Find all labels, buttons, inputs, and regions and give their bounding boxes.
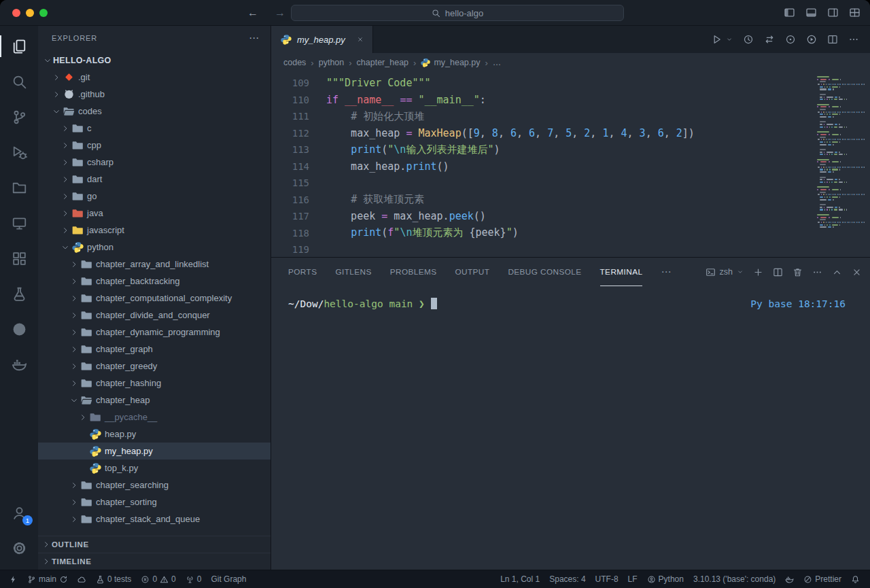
close-window-button[interactable] bbox=[12, 9, 20, 17]
new-terminal-button[interactable] bbox=[753, 267, 763, 277]
status-cursor-position[interactable]: Ln 1, Col 1 bbox=[495, 570, 544, 588]
chevron-icon[interactable] bbox=[51, 106, 62, 117]
chevron-icon[interactable] bbox=[69, 361, 80, 372]
status-eol[interactable]: LF bbox=[623, 570, 642, 588]
split-editor-button[interactable] bbox=[827, 34, 838, 45]
chevron-icon[interactable] bbox=[69, 497, 80, 508]
line-number[interactable]: 118 bbox=[271, 228, 309, 239]
tree-item-chapter_computational_complexity[interactable]: chapter_computational_complexity bbox=[38, 290, 271, 307]
status-git-graph[interactable]: Git Graph bbox=[206, 570, 251, 588]
gitlens-blame-button[interactable] bbox=[785, 34, 796, 45]
toggle-secondary-sidebar-button[interactable] bbox=[827, 7, 839, 18]
tree-item-java[interactable]: java bbox=[38, 205, 271, 222]
tree-item-chapter_searching[interactable]: chapter_searching bbox=[38, 477, 271, 494]
tree-item-chapter_array_and_linkedlist[interactable]: chapter_array_and_linkedlist bbox=[38, 256, 271, 273]
activity-settings-button[interactable] bbox=[0, 530, 38, 566]
back-button[interactable]: ← bbox=[247, 7, 258, 19]
tree-item-__pycache__[interactable]: __pycache__ bbox=[38, 409, 271, 426]
activity-remote-explorer-button[interactable] bbox=[0, 205, 38, 241]
chevron-icon[interactable] bbox=[69, 327, 80, 338]
status-notifications[interactable] bbox=[846, 570, 865, 588]
chevron-icon[interactable] bbox=[51, 72, 62, 83]
terminal-shell-selector[interactable]: zsh bbox=[706, 267, 744, 277]
tree-item-chapter_dynamic_programming[interactable]: chapter_dynamic_programming bbox=[38, 324, 271, 341]
chevron-icon[interactable] bbox=[77, 412, 88, 423]
chevron-icon[interactable] bbox=[69, 259, 80, 270]
close-tab-button[interactable] bbox=[355, 34, 366, 45]
breadcrumb-my_heap.py[interactable]: my_heap.py bbox=[421, 58, 480, 67]
tree-item-python[interactable]: python bbox=[38, 239, 271, 256]
tree-item-go[interactable]: go bbox=[38, 188, 271, 205]
tree-item-chapter_sorting[interactable]: chapter_sorting bbox=[38, 494, 271, 511]
command-center-search[interactable]: hello-algo bbox=[291, 5, 624, 21]
status-python-interpreter[interactable]: 3.10.13 ('base': conda) bbox=[689, 570, 780, 588]
status-tests[interactable]: 0 tests bbox=[91, 570, 136, 588]
tree-item-.git[interactable]: .git bbox=[38, 69, 271, 86]
run-dropdown-button[interactable] bbox=[726, 36, 733, 43]
activity-docker-button[interactable] bbox=[0, 347, 38, 382]
activity-github-button[interactable] bbox=[0, 311, 38, 347]
chevron-icon[interactable] bbox=[51, 89, 62, 100]
panel-tab-problems[interactable]: PROBLEMS bbox=[390, 258, 437, 286]
terminal[interactable]: ~/Dow/hello-algo main ❯ Py base 18:17:16 bbox=[271, 286, 870, 570]
chevron-icon[interactable] bbox=[69, 480, 80, 491]
status-cloud-sync[interactable] bbox=[73, 570, 91, 588]
status-git-branch[interactable]: main bbox=[22, 570, 73, 588]
tree-item-HELLO-ALGO[interactable]: HELLO-ALGO bbox=[38, 52, 271, 69]
line-number[interactable]: 109 bbox=[271, 77, 309, 88]
minimize-window-button[interactable] bbox=[26, 9, 34, 17]
section-outline[interactable]: OUTLINE bbox=[38, 536, 271, 553]
panel-tabs-more[interactable]: ⋯ bbox=[661, 266, 671, 278]
activity-source-control-button[interactable] bbox=[0, 99, 38, 135]
chevron-icon[interactable] bbox=[60, 225, 71, 236]
status-docker-context[interactable] bbox=[780, 570, 799, 588]
open-changes-button[interactable] bbox=[764, 34, 775, 45]
chevron-icon[interactable] bbox=[69, 395, 80, 406]
kill-terminal-button[interactable] bbox=[793, 267, 803, 277]
status-problems[interactable]: 00 bbox=[136, 570, 180, 588]
code-editor[interactable]: 109"""Driver Code"""110if __name__ == "_… bbox=[271, 72, 870, 257]
line-number[interactable]: 119 bbox=[271, 244, 309, 255]
more-actions-button[interactable] bbox=[848, 34, 859, 45]
run-python-file-button[interactable] bbox=[712, 34, 723, 45]
chevron-icon[interactable] bbox=[60, 242, 71, 253]
line-number[interactable]: 117 bbox=[271, 211, 309, 222]
activity-accounts-button[interactable]: 1 bbox=[0, 495, 38, 530]
chevron-icon[interactable] bbox=[60, 208, 71, 219]
line-number[interactable]: 111 bbox=[271, 111, 309, 122]
tree-item-dart[interactable]: dart bbox=[38, 171, 271, 188]
run-or-debug-button[interactable] bbox=[806, 34, 817, 45]
split-terminal-button[interactable] bbox=[773, 267, 783, 277]
status-indentation[interactable]: Spaces: 4 bbox=[544, 570, 590, 588]
editor-tab-my_heap.py[interactable]: my_heap.py bbox=[271, 26, 373, 53]
chevron-icon[interactable] bbox=[69, 378, 80, 389]
status-remote[interactable] bbox=[4, 570, 22, 588]
customize-layout-button[interactable] bbox=[849, 7, 860, 18]
chevron-icon[interactable] bbox=[60, 123, 71, 134]
tree-item-heap.py[interactable]: heap.py bbox=[38, 426, 271, 443]
minimap[interactable] bbox=[817, 76, 866, 232]
tree-item-chapter_graph[interactable]: chapter_graph bbox=[38, 341, 271, 358]
activity-run-and-debug-button[interactable] bbox=[0, 135, 38, 170]
line-number[interactable]: 110 bbox=[271, 94, 309, 105]
tree-item-.github[interactable]: .github bbox=[38, 86, 271, 103]
status-language-mode[interactable]: Python bbox=[642, 570, 689, 588]
chevron-icon[interactable] bbox=[60, 157, 71, 168]
line-number[interactable]: 112 bbox=[271, 128, 309, 139]
chevron-icon[interactable] bbox=[69, 344, 80, 355]
terminal-more-button[interactable] bbox=[812, 267, 822, 277]
chevron-icon[interactable] bbox=[69, 293, 80, 304]
tree-item-chapter_heap[interactable]: chapter_heap bbox=[38, 392, 271, 409]
activity-project-manager-button[interactable] bbox=[0, 170, 38, 205]
tree-item-chapter_hashing[interactable]: chapter_hashing bbox=[38, 375, 271, 392]
activity-testing-button[interactable] bbox=[0, 276, 38, 311]
line-number[interactable]: 116 bbox=[271, 194, 309, 205]
status-ports[interactable]: 0 bbox=[181, 570, 207, 588]
breadcrumb-more[interactable]: … bbox=[493, 58, 502, 67]
breadcrumb-python[interactable]: python bbox=[319, 58, 345, 67]
toggle-panel-button[interactable] bbox=[805, 7, 817, 18]
chevron-icon[interactable] bbox=[69, 310, 80, 321]
tree-item-c[interactable]: c bbox=[38, 120, 271, 137]
chevron-icon[interactable] bbox=[60, 174, 71, 185]
chevron-icon[interactable] bbox=[69, 276, 80, 287]
